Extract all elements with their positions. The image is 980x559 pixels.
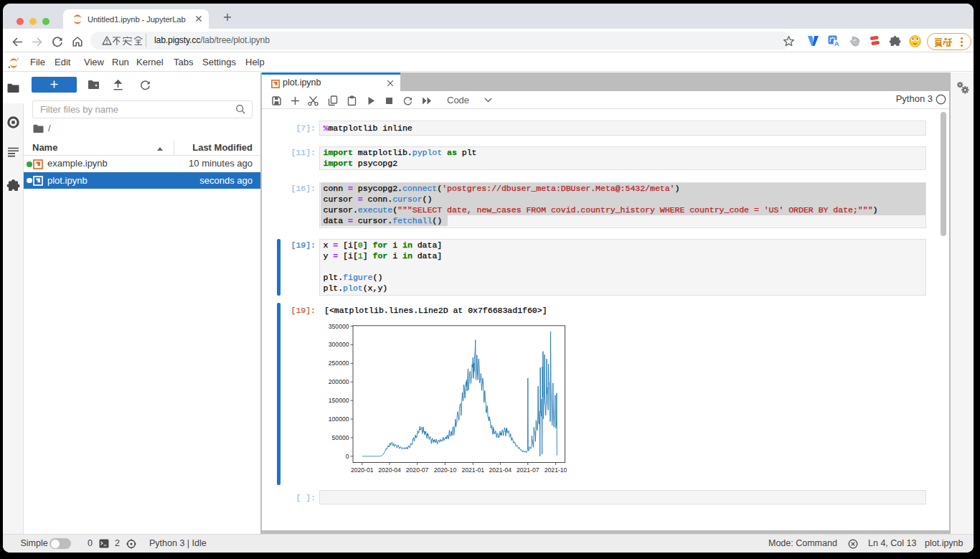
- svg-text:2020-04: 2020-04: [378, 466, 401, 474]
- svg-text:2021-07: 2021-07: [517, 466, 540, 474]
- svg-text:250000: 250000: [329, 360, 349, 367]
- svg-text:50000: 50000: [332, 433, 349, 441]
- svg-text:2020-07: 2020-07: [406, 466, 429, 474]
- svg-text:2021-10: 2021-10: [545, 466, 567, 474]
- svg-text:150000: 150000: [329, 397, 349, 404]
- svg-text:2020-01: 2020-01: [351, 466, 374, 474]
- svg-text:300000: 300000: [329, 341, 349, 348]
- svg-text:200000: 200000: [329, 378, 349, 385]
- svg-text:2021-01: 2021-01: [462, 466, 485, 474]
- svg-text:2021-04: 2021-04: [489, 466, 512, 474]
- svg-text:350000: 350000: [329, 322, 349, 329]
- svg-text:A: A: [834, 40, 839, 47]
- svg-text:2020-10: 2020-10: [434, 466, 457, 474]
- svg-text:0: 0: [346, 452, 349, 459]
- svg-text:100000: 100000: [329, 415, 349, 423]
